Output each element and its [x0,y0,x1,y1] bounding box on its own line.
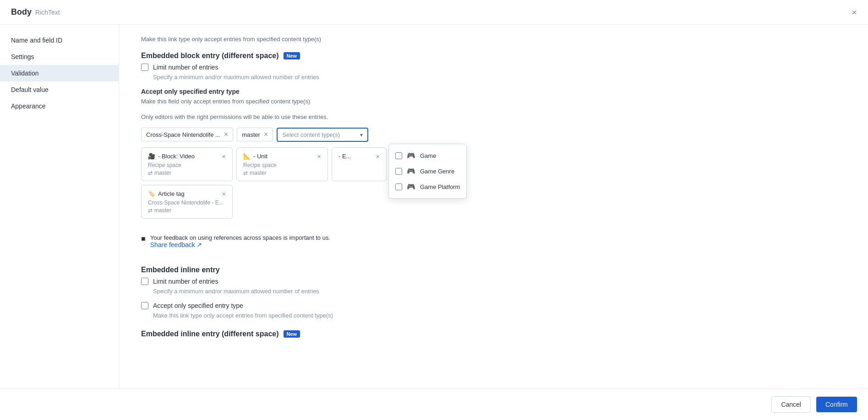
dropdown-item-game[interactable]: 🎮 Game [389,148,466,163]
env-label-1: master [154,170,171,176]
sidebar: Name and field ID Settings Validation De… [0,25,119,388]
share-feedback-label: Share feedback [150,241,195,248]
entry-card-title-extra: - E... [338,153,351,160]
card-close-1[interactable]: × [222,152,226,160]
game-icon: 🎮 [407,151,415,160]
inline-accept-entry-label: Accept only specified entry type [153,302,243,309]
chip-master: master × [237,128,273,141]
chip-master-close[interactable]: × [264,131,268,138]
unit-env: ⇄ master [243,170,321,176]
chevron-down-icon: ▾ [360,132,363,138]
extra-label: - E... [338,153,351,160]
entry-card-title-3: 🏷️ Article tag [148,190,185,197]
modal-title-sub: RichText [35,9,60,16]
inline-limit-entries-row: Limit number of entries [141,278,846,285]
unit-label: - Unit [253,153,267,160]
card-close-3[interactable]: × [222,190,226,198]
feedback-box: ■ Your feedback on using references acro… [141,228,846,255]
chip-cross-close[interactable]: × [224,131,228,138]
limit-entries-label: Limit number of entries [153,64,218,71]
entry-card-extra: - E... × [332,147,387,181]
inline-limit-entries-sub: Specify a minimum and/or maximum allowed… [153,288,846,295]
entry-card-header-3: 🏷️ Article tag × [148,190,226,198]
block-video-emoji: 🎥 [148,153,155,160]
select-placeholder: Select content type(s) [282,131,340,138]
modal-footer: Cancel Confirm [0,388,868,420]
game-checkbox[interactable] [395,152,402,159]
inline-accept-entry-sub: Make this link type only accept entries … [153,312,846,319]
sidebar-item-default-label: Default value [11,86,49,93]
game-genre-label: Game Genre [420,168,454,175]
confirm-button[interactable]: Confirm [816,397,857,412]
block-video-space: Recipe space [148,162,226,168]
share-feedback-link[interactable]: Share feedback ↗ [150,241,202,248]
sidebar-item-appearance[interactable]: Appearance [0,98,119,114]
env-icon-3: ⇄ [148,207,153,214]
entry-card-unit: 📐 - Unit × Recipe space ⇄ master [236,147,328,181]
inline-accept-entry-checkbox[interactable] [141,302,148,309]
external-link-icon: ↗ [197,241,202,248]
inline-diff-badge: New [284,330,300,338]
article-tag-label: Article tag [158,190,185,197]
sidebar-item-name-field[interactable]: Name and field ID [0,32,119,48]
inline-limit-entries-checkbox[interactable] [141,278,148,285]
sidebar-item-appearance-label: Appearance [11,102,46,110]
embedded-block-diff-heading: Embedded block entry (different space) N… [141,52,846,60]
cancel-button[interactable]: Cancel [771,396,811,413]
accept-entry-type-desc1: Make this field only accept entries from… [141,97,846,106]
embedded-inline-heading: Embedded inline entry [141,266,846,274]
embedded-block-diff-title: Embedded block entry (different space) [141,52,279,60]
game-genre-checkbox[interactable] [395,168,402,175]
content-type-select[interactable]: Select content type(s) ▾ [277,128,368,142]
game-label: Game [420,152,436,159]
top-text: Make this link type only accept entries … [141,36,846,43]
unit-emoji: 📐 [243,153,251,160]
entry-card-header-2: 📐 - Unit × [243,152,321,160]
entries-grid-2: 🏷️ Article tag × Cross-Space Nintendolif… [141,185,846,219]
modal-header: Body RichText × [0,0,868,25]
entry-card-header-extra: - E... × [338,152,380,160]
selectors-row: Cross-Space Nintendolife ... × master × … [141,128,846,142]
limit-entries-sub: Specify a minimum and/or maximum allowed… [153,74,846,81]
accept-entry-type-section: Accept only specified entry type Make th… [141,88,846,219]
game-platform-label: Game Platform [420,183,460,190]
entries-grid: 🎥 - Block: Video × Recipe space ⇄ master [141,147,846,181]
feedback-icon: ■ [141,235,146,243]
new-badge: New [284,52,300,59]
close-button[interactable]: × [852,8,857,17]
content-type-dropdown: 🎮 Game 🎮 Game Genre 🎮 Game Platform [388,144,467,199]
env-label-3: master [154,207,171,214]
card-close-extra[interactable]: × [376,152,380,160]
embedded-inline-diff-title: Embedded inline entry (different space) [141,330,279,338]
entry-card-article-tag: 🏷️ Article tag × Cross-Space Nintendolif… [141,185,233,219]
limit-entries-checkbox[interactable] [141,64,148,71]
article-tag-space: Cross-Space Nintendolife - E... [148,199,226,206]
game-platform-checkbox[interactable] [395,183,402,190]
dropdown-item-game-genre[interactable]: 🎮 Game Genre [389,163,466,179]
game-genre-icon: 🎮 [407,167,415,175]
env-label-2: master [250,170,267,176]
article-tag-emoji: 🏷️ [148,190,155,197]
modal: Body RichText × Name and field ID Settin… [0,0,868,420]
accept-entry-type-title: Accept only specified entry type [141,88,846,95]
sidebar-item-settings-label: Settings [11,53,34,60]
feedback-text: Your feedback on using references across… [150,234,330,241]
unit-space: Recipe space [243,162,321,168]
sidebar-item-validation[interactable]: Validation [0,65,119,81]
limit-entries-row: Limit number of entries [141,64,846,71]
entry-card-title-1: 🎥 - Block: Video [148,153,195,160]
entry-card-title-2: 📐 - Unit [243,153,267,160]
sidebar-item-default-value[interactable]: Default value [0,81,119,98]
block-video-label: - Block: Video [158,153,195,160]
game-platform-icon: 🎮 [407,183,415,191]
entry-card-header-1: 🎥 - Block: Video × [148,152,226,160]
sidebar-item-name-label: Name and field ID [11,37,62,44]
dropdown-item-game-platform[interactable]: 🎮 Game Platform [389,179,466,194]
sidebar-item-settings[interactable]: Settings [0,48,119,65]
card-close-2[interactable]: × [317,152,321,160]
entry-card-block-video: 🎥 - Block: Video × Recipe space ⇄ master [141,147,233,181]
article-tag-env: ⇄ master [148,207,226,214]
inline-accept-entry-row: Accept only specified entry type [141,302,846,309]
content-area: Make this link type only accept entries … [119,25,868,388]
accept-entry-type-desc2: Only editors with the right permissions … [141,113,846,122]
